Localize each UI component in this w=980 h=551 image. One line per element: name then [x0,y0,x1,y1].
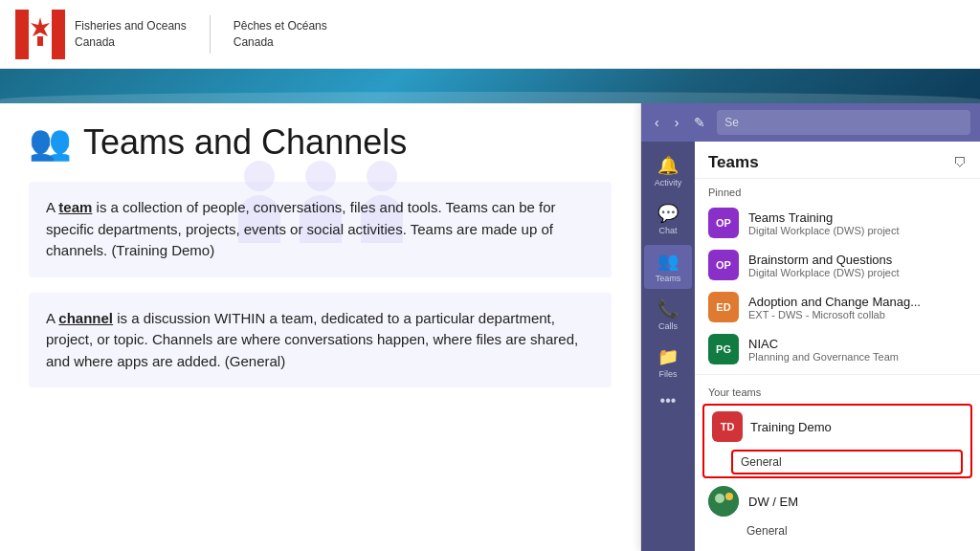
team-bold-word: team [58,199,92,215]
team-para-intro: A [46,199,58,215]
pinned-label: Pinned [695,179,980,202]
team-info-adoption: Adoption and Change Manag... EXT - DWS -… [748,295,967,320]
channel-para-intro: A [46,310,58,326]
channel-bold-word: channel [58,310,113,326]
sidebar-item-teams[interactable]: 👥 Teams [644,245,692,289]
team-item-adoption[interactable]: ED Adoption and Change Manag... EXT - DW… [695,286,980,328]
teams-list: Teams ⛉ Pinned OP Teams Training Digital… [695,142,980,551]
team-info-training-demo: Training Demo [750,418,941,435]
title-row: 👥 Teams and Channels [29,122,612,163]
teams-panel: ‹ › ✎ Se 🔔 Activity 💬 Chat 👥 [640,103,980,551]
team-avatar-op2: OP [708,250,739,280]
sidebar-label-chat: Chat [658,226,677,235]
teams-sidebar: 🔔 Activity 💬 Chat 👥 Teams 📞 Calls 📁 [641,142,695,551]
teams-topbar: ‹ › ✎ Se [641,103,980,142]
page-header: Fisheries and Oceans Canada Pêches et Oc… [0,0,980,69]
main-content: 👥 Teams and Channels A team is a collect… [0,103,980,551]
canada-flag-icon [15,10,65,59]
svg-rect-4 [37,36,43,46]
team-info-dw-em: DW / EM [748,495,943,509]
team-item-training-demo[interactable]: TD Training Demo ••• [704,406,970,448]
team-avatar-ed: ED [708,292,739,322]
svg-rect-2 [52,10,65,59]
sidebar-label-files: Files [658,369,677,379]
team-sub: Digital Workplace (DWS) project [748,225,967,236]
svg-rect-0 [15,10,29,59]
team-item-brainstorm[interactable]: OP Brainstorm and Questions Digital Work… [695,244,980,286]
team-item-teams-training[interactable]: OP Teams Training Digital Workplace (DWS… [695,202,980,244]
team-item-niac[interactable]: PG NIAC Planning and Governance Team [695,328,980,370]
forward-button[interactable]: › [671,113,683,132]
sidebar-item-calls[interactable]: 📞 Calls [644,293,692,337]
page-title: Teams and Channels [83,122,407,163]
sidebar-label-calls: Calls [658,321,678,331]
team-sub: Planning and Governance Team [748,351,967,363]
team-avatar-td: TD [712,411,743,442]
your-teams-label: Your teams [695,379,980,402]
sidebar-item-chat[interactable]: 💬 Chat [644,197,692,241]
team-info-teams-training: Teams Training Digital Workplace (DWS) p… [748,210,967,236]
sidebar-item-files[interactable]: 📁 Files [644,341,692,385]
training-demo-highlight: TD Training Demo ••• General [702,404,972,478]
svg-point-6 [715,494,724,503]
team-name-dw-em: DW / EM [748,495,943,509]
ocean-banner [0,69,980,103]
sidebar-label-activity: Activity [655,178,682,187]
filter-icon[interactable]: ⛉ [953,155,967,170]
general-channel[interactable]: General [731,450,963,474]
teams-icon: 👥 [657,251,679,272]
teams-list-header: Teams ⛉ [695,142,980,179]
calls-icon: 📞 [657,298,679,320]
header-divider [210,15,211,54]
more-apps-button[interactable]: ••• [660,392,677,409]
team-info-brainstorm: Brainstorm and Questions Digital Workpla… [748,253,967,278]
divider [695,374,980,375]
sidebar-item-activity[interactable]: 🔔 Activity [644,149,692,193]
chat-icon: 💬 [657,203,679,224]
team-name: Adoption and Change Manag... [748,295,967,309]
edit-icon[interactable]: ✎ [690,113,709,132]
slide-content: 👥 Teams and Channels A team is a collect… [0,103,640,551]
header-text-fr: Pêches et Océans Canada [234,18,327,51]
team-name: Brainstorm and Questions [748,253,967,267]
dw-em-general-channel: General [695,522,980,541]
channel-para-rest: is a discussion WITHIN a team, dedicated… [46,310,578,369]
title-icon: 👥 [29,122,72,163]
team-name-training-demo: Training Demo [750,420,832,434]
activity-icon: 🔔 [657,155,679,176]
teams-body: 🔔 Activity 💬 Chat 👥 Teams 📞 Calls 📁 [641,142,980,551]
header-text-en: Fisheries and Oceans Canada [75,18,187,51]
team-avatar-pg: PG [708,334,739,364]
team-name: Teams Training [748,210,967,225]
logo-group: Fisheries and Oceans Canada Pêches et Oc… [15,10,327,59]
team-definition-box: A team is a collection of people, conver… [29,182,612,277]
teams-list-title: Teams [708,153,759,172]
dw-em-avatar-img [708,486,739,517]
sidebar-label-teams: Teams [656,274,681,283]
team-sub: Digital Workplace (DWS) project [748,267,967,278]
svg-point-7 [725,493,733,500]
team-info-niac: NIAC Planning and Governance Team [748,337,967,363]
team-avatar-op1: OP [708,208,739,238]
team-avatar-dw-em [708,486,739,517]
search-box[interactable]: Se [717,110,970,135]
channel-definition-box: A channel is a discussion WITHIN a team,… [29,293,612,388]
back-button[interactable]: ‹ [651,113,663,132]
svg-rect-1 [29,10,52,59]
team-item-dw-em[interactable]: DW / EM ••• [695,480,980,522]
search-placeholder: Se [724,116,739,129]
files-icon: 📁 [657,346,679,367]
team-para-rest: is a collection of people, conversations… [46,199,556,258]
team-sub: EXT - DWS - Microsoft collab [748,309,967,320]
team-name: NIAC [748,337,967,351]
